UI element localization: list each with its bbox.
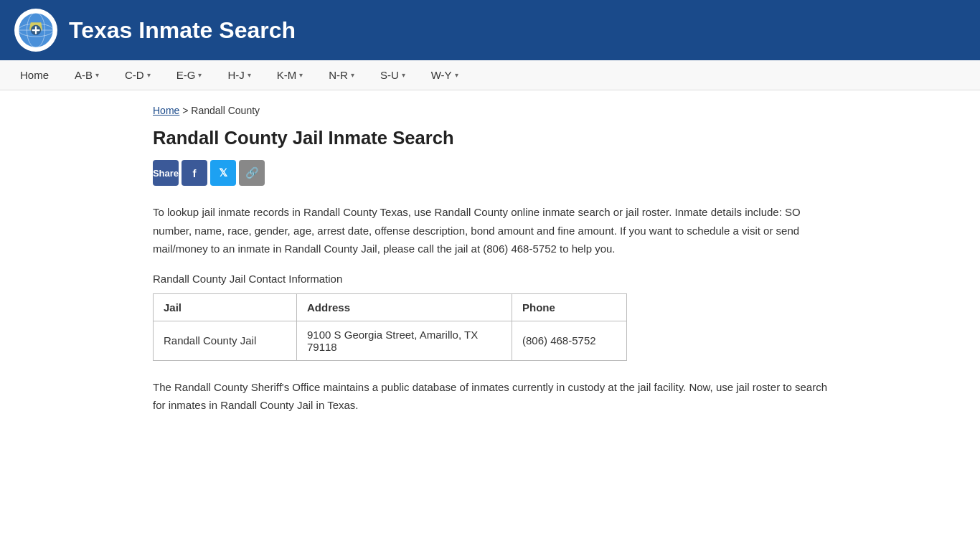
twitter-icon: 𝕏	[219, 166, 227, 179]
nav-nr[interactable]: N-R ▾	[316, 60, 367, 90]
facebook-button[interactable]: f	[182, 160, 207, 186]
contact-table: Jail Address Phone Randall County Jail 9…	[153, 293, 627, 361]
nav-nr-caret: ▾	[351, 71, 354, 79]
nav-eg-caret: ▾	[198, 71, 202, 79]
table-cell-jail: Randall County Jail	[154, 321, 297, 360]
site-title: Texas Inmate Search	[69, 17, 296, 44]
facebook-icon: f	[193, 167, 197, 179]
nav-cd[interactable]: C-D ▾	[112, 60, 164, 90]
breadcrumb: Home > Randall County	[153, 105, 827, 116]
twitter-button[interactable]: 𝕏	[210, 160, 236, 186]
table-row: Randall County Jail 9100 S Georgia Stree…	[154, 321, 627, 360]
nav-km-caret: ▾	[299, 71, 303, 79]
nav-su-caret: ▾	[402, 71, 405, 79]
share-button[interactable]: Share	[153, 160, 179, 186]
nav-cd-caret: ▾	[147, 71, 151, 79]
page-title: Randall County Jail Inmate Search	[153, 128, 827, 149]
nav-hj[interactable]: H-J ▾	[215, 60, 263, 90]
table-cell-phone: (806) 468-5752	[512, 321, 627, 360]
nav-home[interactable]: Home	[7, 60, 62, 90]
nav-su[interactable]: S-U ▾	[367, 60, 418, 90]
table-cell-address: 9100 S Georgia Street, Amarillo, TX 7911…	[297, 321, 512, 360]
breadcrumb-separator: >	[182, 105, 191, 116]
table-header-jail: Jail	[154, 293, 297, 321]
site-logo	[14, 9, 57, 52]
nav-km[interactable]: K-M ▾	[264, 60, 316, 90]
body-text-2: The Randall County Sheriff's Office main…	[153, 378, 827, 415]
breadcrumb-current: Randall County	[191, 105, 260, 116]
link-icon: 🔗	[245, 166, 259, 179]
table-header-phone: Phone	[512, 293, 627, 321]
copy-link-button[interactable]: 🔗	[239, 160, 265, 186]
table-header-address: Address	[297, 293, 512, 321]
contact-section-label: Randall County Jail Contact Information	[153, 273, 827, 285]
table-header-row: Jail Address Phone	[154, 293, 627, 321]
nav-hj-caret: ▾	[248, 71, 251, 79]
nav-ab[interactable]: A-B ▾	[62, 60, 112, 90]
nav-eg[interactable]: E-G ▾	[164, 60, 215, 90]
main-nav: Home A-B ▾ C-D ▾ E-G ▾ H-J ▾ K-M ▾ N-R ▾…	[0, 60, 980, 90]
site-header: Texas Inmate Search	[0, 0, 980, 60]
main-content: Home > Randall County Randall County Jai…	[131, 90, 849, 458]
nav-wy-caret: ▾	[455, 71, 458, 79]
body-text-1: To lookup jail inmate records in Randall…	[153, 203, 827, 258]
breadcrumb-home-link[interactable]: Home	[153, 105, 179, 116]
social-buttons: Share f 𝕏 🔗	[153, 160, 827, 186]
nav-ab-caret: ▾	[95, 71, 99, 79]
nav-wy[interactable]: W-Y ▾	[418, 60, 471, 90]
